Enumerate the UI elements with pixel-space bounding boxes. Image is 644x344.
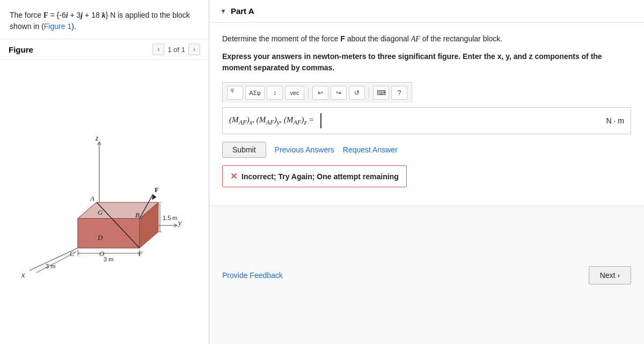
svg-text:D: D — [97, 233, 103, 241]
answer-equation-label: (MAF)x, (MAF)y, (MAF)z = — [229, 115, 314, 127]
svg-text:B: B — [135, 211, 140, 219]
part-header: ▼ Part A — [209, 0, 644, 23]
svg-text:3 m: 3 m — [104, 256, 113, 262]
updown-icon: ↕ — [273, 89, 276, 97]
next-button[interactable]: Next › — [589, 266, 631, 284]
toolbar-sep-1 — [308, 87, 309, 98]
question-instruction: Express your answers in newton-meters to… — [222, 51, 631, 74]
svg-marker-12 — [78, 218, 140, 248]
svg-text:3 m: 3 m — [46, 263, 55, 269]
keyboard-button[interactable]: ⌨ — [373, 86, 389, 100]
figure-prev-button[interactable]: ‹ — [152, 43, 164, 55]
bottom-area: Provide Feedback Next › — [209, 206, 644, 344]
problem-prefix: The force F = {-6i + 3j + 18 k} N is app… — [10, 11, 190, 31]
part-title: Part A — [231, 6, 254, 16]
j-unit: j — [80, 11, 83, 19]
svg-text:x: x — [21, 271, 25, 279]
svg-text:G: G — [98, 208, 103, 216]
figure-diagram: x y z — [16, 125, 193, 280]
refresh-icon: ↺ — [354, 89, 360, 97]
error-message: Incorrect; Try Again; One attempt remain… — [241, 172, 399, 181]
toolbar-sep-2 — [369, 87, 369, 98]
figure-next-button[interactable]: › — [188, 43, 200, 55]
svg-text:y: y — [177, 219, 182, 227]
undo-button[interactable]: ↩ — [312, 86, 328, 100]
figure-nav-label: 1 of 1 — [167, 46, 185, 54]
answer-input[interactable] — [320, 113, 599, 128]
previous-answers-link[interactable]: Previous Answers — [275, 145, 334, 154]
figure-title: Figure — [9, 45, 148, 54]
svg-text:A: A — [90, 194, 94, 202]
figure-section: Figure ‹ 1 of 1 › x y z — [0, 39, 209, 344]
keyboard-icon: ⌨ — [377, 89, 386, 97]
request-answer-link[interactable]: Request Answer — [343, 145, 398, 154]
updown-button[interactable]: ↕ — [267, 86, 283, 100]
force-bold: F — [340, 34, 345, 43]
figure-link[interactable]: Figure 1 — [44, 22, 71, 31]
math-toolbar: √ AΣφ ↕ vec ↩ ↪ — [222, 82, 631, 103]
force-symbol: F — [43, 11, 48, 19]
next-label: Next › — [600, 271, 620, 280]
aze-button[interactable]: AΣφ — [245, 86, 265, 100]
question-text: Determine the moment of the force F abou… — [222, 33, 631, 45]
help-button[interactable]: ? — [391, 86, 407, 100]
sqrt-button[interactable]: √ — [227, 86, 243, 100]
part-collapse-arrow[interactable]: ▼ — [220, 8, 226, 15]
vec-button[interactable]: vec — [285, 86, 304, 100]
redo-button[interactable]: ↪ — [331, 86, 347, 100]
redo-icon: ↪ — [336, 89, 341, 97]
af-label: AF — [411, 35, 420, 43]
problem-statement: The force F = {-6i + 3j + 18 k} N is app… — [0, 0, 209, 39]
figure-canvas: x y z — [0, 60, 209, 344]
undo-icon: ↩ — [318, 89, 323, 97]
left-panel: The force F = {-6i + 3j + 18 k} N is app… — [0, 0, 209, 344]
figure-nav: ‹ 1 of 1 › — [152, 43, 200, 55]
error-icon: ✕ — [230, 171, 237, 181]
right-panel: ▼ Part A Determine the moment of the for… — [209, 0, 644, 344]
sqrt-icon: √ — [230, 88, 240, 98]
answer-row: (MAF)x, (MAF)y, (MAF)z = N · m — [222, 107, 631, 134]
vec-icon: vec — [290, 90, 299, 96]
submit-button[interactable]: Submit — [222, 142, 266, 158]
svg-text:z: z — [95, 134, 99, 142]
refresh-button[interactable]: ↺ — [349, 86, 365, 100]
i-unit: i — [66, 11, 68, 19]
error-box: ✕ Incorrect; Try Again; One attempt rema… — [222, 165, 407, 187]
svg-text:√: √ — [231, 89, 234, 94]
figure-header: Figure ‹ 1 of 1 › — [0, 39, 209, 60]
help-icon: ? — [398, 89, 401, 97]
k-unit: k — [102, 11, 106, 19]
part-content: Determine the moment of the force F abou… — [209, 23, 644, 206]
svg-line-39 — [36, 252, 77, 273]
provide-feedback-link[interactable]: Provide Feedback — [222, 271, 283, 280]
svg-text:F: F — [155, 186, 159, 194]
submit-row: Submit Previous Answers Request Answer — [222, 142, 631, 158]
unit-label: N · m — [606, 116, 624, 125]
svg-text:1.5 m: 1.5 m — [163, 215, 178, 221]
svg-text:C: C — [70, 250, 75, 258]
aze-icon: AΣφ — [249, 90, 260, 96]
